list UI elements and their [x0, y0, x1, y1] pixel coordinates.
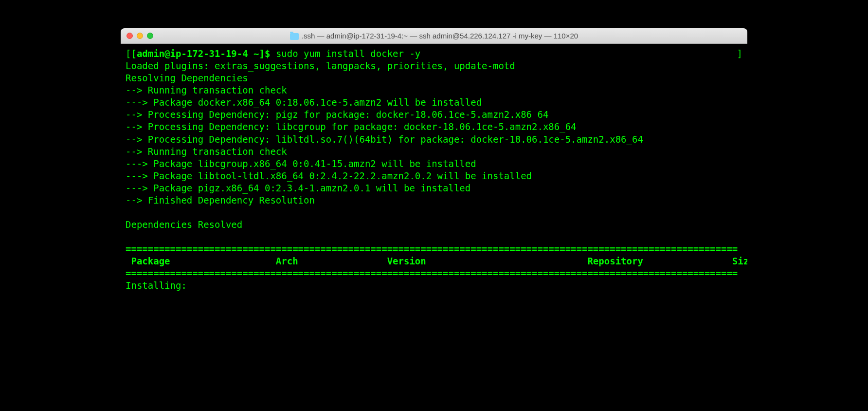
table-header: Package Arch Version Repository Size [126, 255, 742, 267]
output-line: --> Running transaction check [126, 146, 742, 158]
output-installing: Installing: [126, 280, 742, 292]
window-title: .ssh — admin@ip-172-31-19-4:~ — ssh admi… [121, 32, 747, 40]
output-line: --> Running transaction check [126, 84, 742, 96]
prompt-open-bracket: [ [126, 48, 131, 60]
close-button[interactable] [127, 33, 133, 39]
maximize-button[interactable] [147, 33, 153, 39]
prompt-line: [[admin@ip-172-31-19-4 ~]$ sudo yum inst… [126, 48, 742, 60]
output-line: --> Processing Dependency: libltdl.so.7(… [126, 133, 742, 146]
output-line: --> Finished Dependency Resolution [126, 194, 742, 206]
prompt-close-bracket: ] [737, 48, 742, 60]
output-line: ---> Package libcgroup.x86_64 0:0.41-15.… [126, 158, 742, 170]
output-line: Resolving Dependencies [126, 72, 742, 84]
output-line: ---> Package libtool-ltdl.x86_64 0:2.4.2… [126, 170, 742, 182]
output-line: --> Processing Dependency: pigz for pack… [126, 109, 742, 121]
output-separator: ========================================… [126, 243, 742, 255]
minimize-button[interactable] [137, 33, 143, 39]
window-titlebar: .ssh — admin@ip-172-31-19-4:~ — ssh admi… [121, 28, 747, 44]
traffic-lights [127, 33, 153, 39]
output-resolved: Dependencies Resolved [126, 219, 742, 231]
output-blank [126, 206, 742, 219]
output-line: ---> Package docker.x86_64 0:18.06.1ce-5… [126, 96, 742, 109]
command-input: sudo yum install docker -y [276, 48, 420, 60]
output-line: Loaded plugins: extras_suggestions, lang… [126, 60, 742, 72]
terminal-output[interactable]: [[admin@ip-172-31-19-4 ~]$ sudo yum inst… [121, 44, 747, 299]
terminal-window: .ssh — admin@ip-172-31-19-4:~ — ssh admi… [121, 28, 747, 299]
prompt-user-host: [admin@ip-172-31-19-4 ~]$ [131, 48, 275, 60]
output-line: ---> Package pigz.x86_64 0:2.3.4-1.amzn2… [126, 182, 742, 194]
output-separator: ========================================… [126, 267, 742, 280]
output-blank [126, 231, 742, 243]
folder-icon [290, 33, 299, 40]
window-title-text: .ssh — admin@ip-172-31-19-4:~ — ssh admi… [302, 32, 578, 40]
output-line: --> Processing Dependency: libcgroup for… [126, 121, 742, 133]
